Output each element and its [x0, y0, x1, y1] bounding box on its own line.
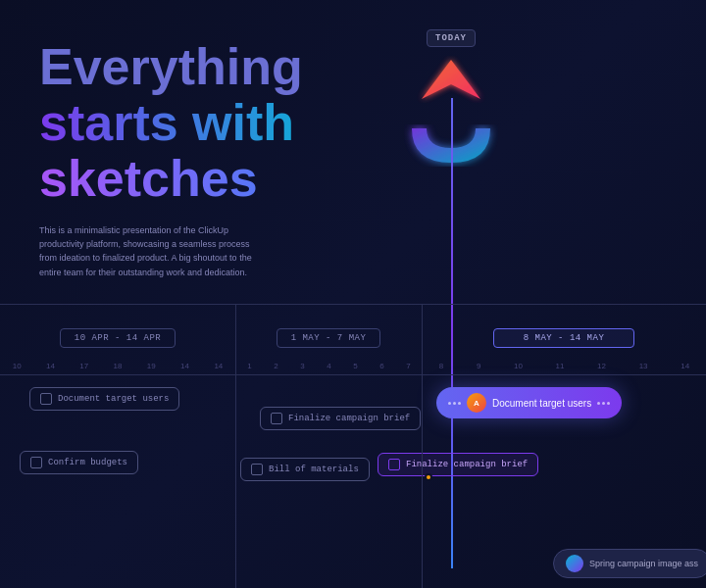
period-col-2: 1 MAY - 7 MAY — [235, 323, 422, 353]
user-avatar-spring — [566, 555, 583, 572]
timeline-baseline — [0, 304, 706, 305]
task-label: Finalize campaign brief — [406, 460, 528, 469]
col-divider-2 — [422, 304, 423, 588]
task-document-target-users-sketch[interactable]: Document target users — [29, 387, 179, 411]
user-avatar: A — [467, 393, 486, 413]
task-finalize-campaign-sketch[interactable]: Finalize campaign brief — [260, 407, 421, 430]
hero-title: Everything starts with sketches — [39, 39, 333, 208]
period-col-1: 10 APR - 14 APR — [0, 323, 235, 353]
task-checkbox[interactable] — [30, 457, 42, 468]
task-checkbox[interactable] — [40, 393, 52, 405]
today-flag: TODAY — [427, 29, 476, 47]
task-bill-materials-sketch[interactable]: Bill of materials — [240, 458, 370, 481]
task-checkbox[interactable] — [388, 459, 400, 470]
task-menu-dots — [597, 402, 610, 405]
tasks-area: Document target users Confirm budgets Fi… — [0, 368, 706, 588]
hero-section: Everything starts with sketches This is … — [39, 39, 333, 279]
period-label-3: 8 MAY - 14 MAY — [493, 328, 635, 348]
hero-line2: starts with — [39, 95, 333, 151]
timeline-periods: 10 APR - 14 APR 1 MAY - 7 MAY 8 MAY - 14… — [0, 323, 706, 353]
task-label: Confirm budgets — [48, 458, 127, 467]
spring-task-label: Spring campaign image ass — [589, 559, 698, 568]
task-pill-document[interactable]: A Document target users — [436, 387, 622, 418]
task-label: Document target users — [58, 394, 169, 404]
period-label-1: 10 APR - 14 APR — [60, 328, 176, 348]
col-divider-1 — [235, 304, 236, 588]
timeline-section: 10 APR - 14 APR 1 MAY - 7 MAY 8 MAY - 14… — [0, 314, 706, 588]
period-label-2: 1 MAY - 7 MAY — [277, 328, 381, 348]
drag-handle — [448, 402, 461, 405]
task-label: Finalize campaign brief — [288, 414, 410, 423]
task-checkbox[interactable] — [271, 413, 282, 424]
task-finalize-active[interactable]: Finalize campaign brief — [378, 453, 538, 476]
task-checkbox[interactable] — [251, 464, 263, 475]
hero-line3: sketches — [39, 151, 333, 207]
task-spring-campaign[interactable]: Spring campaign image ass — [553, 549, 706, 578]
task-label: Bill of materials — [269, 465, 359, 474]
hero-line1: Everything — [39, 39, 333, 95]
task-confirm-budgets-sketch[interactable]: Confirm budgets — [20, 451, 138, 474]
period-col-3: 8 MAY - 14 MAY — [422, 323, 706, 353]
timeline-connector-dot — [425, 473, 432, 481]
hero-description: This is a minimalistic presentation of t… — [39, 223, 255, 280]
task-pill-label: Document target users — [492, 398, 591, 409]
